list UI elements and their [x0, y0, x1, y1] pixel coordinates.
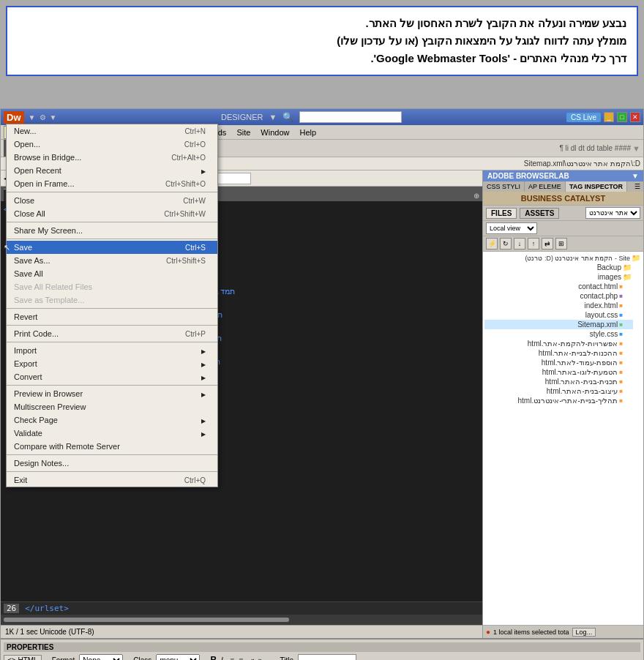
menu-window[interactable]: Window [255, 127, 294, 138]
dw-logo: Dw [4, 111, 24, 124]
menu-revert[interactable]: Revert [7, 310, 217, 323]
browserlab-arrow[interactable]: ▼ [632, 172, 639, 180]
index-html-label: index.html [585, 301, 618, 310]
title-bar-center: DESIGNER ▼ 🔍 [56, 111, 566, 123]
menu-browse-bridge[interactable]: Browse in Bridge...Ctrl+Alt+O [7, 151, 217, 164]
menu-print-code[interactable]: Print Code...Ctrl+P [7, 327, 217, 340]
get-btn[interactable]: ↓ [514, 238, 525, 250]
tab-files[interactable]: FILES [486, 208, 517, 219]
connect-btn[interactable]: ⚡ [486, 238, 498, 250]
menu-save-as[interactable]: Save As...Ctrl+Shift+S [7, 254, 217, 267]
tree-root[interactable]: 📁 Site - הקמת אתר אינטרנט (D: טרנט) [484, 253, 642, 263]
file-tree: 📁 Site - הקמת אתר אינטרנט (D: טרנט) 📁 Ba… [483, 252, 643, 625]
title-property-input[interactable] [298, 654, 356, 660]
sync-btn[interactable]: ⇄ [542, 238, 553, 250]
menu-open-recent[interactable]: Open Recent [7, 164, 217, 177]
tree-backup[interactable]: 📁 Backup [484, 263, 633, 272]
menu-close[interactable]: CloseCtrl+W [7, 194, 217, 207]
menu-import[interactable]: Import [7, 344, 217, 357]
close-button[interactable]: ✕ [630, 112, 640, 122]
html-icon-7: ■ [619, 378, 623, 385]
menu-open[interactable]: Open...Ctrl+O [7, 138, 217, 151]
minimize-button[interactable]: _ [604, 112, 614, 122]
tree-hachonot[interactable]: ■ ההכנות-לבניית-אתר.html [484, 348, 633, 358]
menu-new[interactable]: New...Ctrl+N [7, 124, 217, 138]
indent-btn[interactable]: ⇥ [248, 656, 254, 661]
menu-save-all[interactable]: Save All [7, 267, 217, 280]
tree-hatmaat[interactable]: ■ הטמעת-לוגו-באתר.html [484, 367, 633, 377]
tab-assets[interactable]: ASSETS [520, 208, 559, 219]
afshar-label: אפשרויות-להקמת-אתר.html [528, 340, 618, 348]
maximize-button[interactable]: □ [617, 112, 627, 122]
outdent-btn[interactable]: ⇤ [258, 656, 264, 661]
menu-compare-remote[interactable]: Compare with Remote Server [7, 440, 217, 453]
view-select[interactable]: Local view [486, 222, 537, 234]
code-status-bar: 1K / 1 sec Unicode (UTF-8) [1, 625, 482, 638]
sep-4 [7, 308, 217, 309]
tree-contact-php[interactable]: ■ contact.php [484, 291, 633, 301]
menu-multiscreen-preview[interactable]: Multiscreen Preview [7, 400, 217, 413]
html-icon-2: ■ [619, 302, 623, 309]
menu-open-frame[interactable]: Open in Frame...Ctrl+Shift+O [7, 177, 217, 190]
menu-design-notes[interactable]: Design Notes... [7, 457, 217, 470]
html-icon-9: ■ [619, 397, 623, 404]
menu-save[interactable]: ↖ Save Ctrl+S [7, 241, 217, 254]
class-select[interactable]: menu [156, 654, 200, 660]
tree-index-html[interactable]: ■ index.html [484, 301, 633, 310]
tree-contact-html[interactable]: ■ contact.html [484, 282, 633, 291]
file-menu-dropdown: New...Ctrl+N Open...Ctrl+O Browse in Bri… [6, 124, 218, 487]
menu-preview-browser[interactable]: Preview in Browser [7, 387, 217, 400]
html-icon-8: ■ [619, 388, 623, 394]
menu-close-all[interactable]: Close AllCtrl+Shift+W [7, 207, 217, 220]
tree-sitemap-xml[interactable]: ■ Sitemap.xml [484, 320, 633, 329]
menu-convert[interactable]: Convert [7, 370, 217, 383]
sep-6 [7, 342, 217, 342]
ol-btn[interactable]: ≡ [239, 656, 244, 661]
site-select[interactable]: אתר אינטרנט [585, 207, 640, 219]
menu-check-page[interactable]: Check Page [7, 413, 217, 427]
italic-btn[interactable]: I [221, 656, 223, 661]
tree-hosafet[interactable]: ■ הוספת-עמוד-לאתר.html [484, 358, 633, 367]
tree-layout-css[interactable]: ■ layout.css [484, 310, 633, 320]
tree-tochnit[interactable]: ■ תכנית-בנית-האתר.html [484, 377, 633, 386]
contact-html-label: contact.html [578, 282, 618, 290]
tree-images[interactable]: 📁 images [484, 272, 633, 282]
tab-ap-elements[interactable]: AP ELEME [525, 181, 566, 192]
layout-css-label: layout.css [585, 311, 618, 319]
title-search-input[interactable] [299, 111, 402, 123]
tree-tahalich[interactable]: ■ תהליך-בניית-אתרי-אינטרנט.html [484, 396, 633, 405]
log-button[interactable]: Log... [572, 628, 596, 637]
tree-style-css[interactable]: ■ style.css [484, 329, 633, 339]
files-panel: FILES ASSETS אתר אינטרנט Local view ⚡ [483, 206, 643, 638]
menu-help[interactable]: Help [294, 127, 321, 138]
menu-export[interactable]: Export [7, 357, 217, 370]
menu-validate[interactable]: Validate [7, 427, 217, 440]
properties-row-1: <> HTML Format None Class menu B I ≡ ≡ ⇥… [4, 654, 640, 660]
html-icon-3: ■ [619, 340, 623, 347]
menu-share-screen[interactable]: Share My Screen... [7, 224, 217, 237]
tree-itzuv[interactable]: ■ עיצוב-בנית-האתר.html [484, 386, 633, 396]
tahalich-label: תהליך-בניית-אתרי-אינטרנט.html [517, 397, 618, 405]
tab-tag-inspector[interactable]: TAG INSPECTOR [566, 181, 627, 192]
menu-exit[interactable]: ExitCtrl+Q [7, 473, 217, 487]
menu-site[interactable]: Site [231, 127, 255, 138]
format-select[interactable]: None [79, 654, 123, 660]
panel-menu-btn[interactable]: ☰ [632, 181, 643, 192]
xml-icon: ■ [619, 321, 623, 328]
html-icon-1: ■ [619, 283, 623, 290]
images-label: images [598, 273, 621, 281]
hachonot-label: ההכנות-לבניית-אתר.html [539, 349, 618, 357]
ul-btn[interactable]: ≡ [231, 656, 235, 661]
tree-afshar[interactable]: ■ אפשרויות-להקמת-אתר.html [484, 339, 633, 348]
html-icon-6: ■ [619, 369, 623, 375]
refresh-files-btn[interactable]: ↻ [500, 238, 512, 250]
expand-btn[interactable]: ⊞ [555, 238, 567, 250]
cs-live-button[interactable]: CS Live [566, 113, 601, 122]
bold-btn[interactable]: B [210, 655, 217, 660]
html-mode-btn[interactable]: <> HTML [4, 655, 42, 661]
put-btn[interactable]: ↑ [528, 238, 539, 250]
tooltip-line2: מומלץ עתה לדווח לגוגל על הימצאות הקובץ (… [18, 32, 626, 50]
bottom-line-content: </urlset> [25, 604, 69, 613]
properties-header: PROPERTIES [4, 642, 640, 652]
tab-css-styles[interactable]: CSS STYLI [483, 181, 525, 192]
